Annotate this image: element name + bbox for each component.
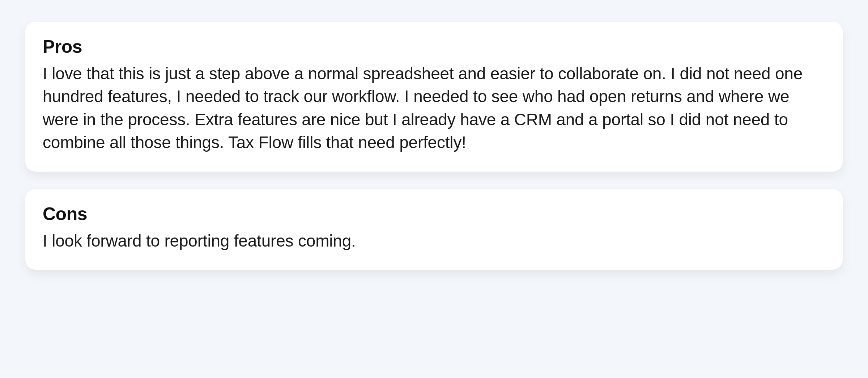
cons-title: Cons <box>43 203 825 224</box>
cons-body: I look forward to reporting features com… <box>43 230 825 252</box>
pros-card: Pros I love that this is just a step abo… <box>25 22 843 172</box>
pros-body: I love that this is just a step above a … <box>43 62 825 154</box>
cons-card: Cons I look forward to reporting feature… <box>25 189 843 270</box>
pros-title: Pros <box>43 36 825 57</box>
